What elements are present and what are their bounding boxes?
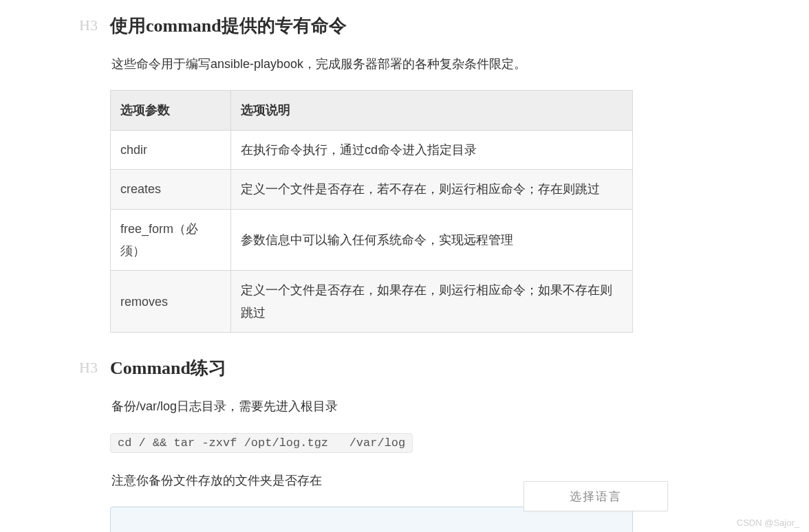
intro-paragraph: 这些命令用于编写ansible-playbook，完成服务器部署的各种复杂条件限…: [110, 53, 674, 75]
inline-code-block: cd / && tar -zxvf /opt/log.tgz /var/log: [110, 433, 413, 453]
cell-param: creates: [111, 170, 231, 209]
table-row: creates 定义一个文件是否存在，若不存在，则运行相应命令；存在则跳过: [111, 170, 633, 209]
cell-desc: 参数信息中可以输入任何系统命令，实现远程管理: [231, 209, 633, 271]
table-row: chdir 在执行命令执行，通过cd命令进入指定目录: [111, 130, 633, 169]
h3-marker: H3: [79, 359, 98, 377]
h3-marker: H3: [79, 16, 98, 34]
cell-desc: 在执行命令执行，通过cd命令进入指定目录: [231, 130, 633, 169]
th-option-desc: 选项说明: [231, 91, 633, 130]
cell-param: free_form（必须）: [111, 209, 231, 271]
heading-command-options: 使用command提供的专有命令: [79, 14, 674, 38]
th-option-param: 选项参数: [111, 91, 231, 130]
section-command-practice: H3 Command练习: [110, 356, 674, 380]
select-language-button[interactable]: 选择语言: [524, 481, 668, 511]
options-table: 选项参数 选项说明 chdir 在执行命令执行，通过cd命令进入指定目录 cre…: [110, 90, 633, 333]
practice-para-1: 备份/var/log日志目录，需要先进入根目录: [110, 395, 674, 417]
watermark-label: CSDN @Sajor_: [737, 518, 799, 528]
cell-desc: 定义一个文件是否存在，如果存在，则运行相应命令；如果不存在则跳过: [231, 271, 633, 333]
section-command-options: H3 使用command提供的专有命令: [110, 14, 674, 38]
document-content: H3 使用command提供的专有命令 这些命令用于编写ansible-play…: [110, 0, 674, 532]
cell-desc: 定义一个文件是否存在，若不存在，则运行相应命令；存在则跳过: [231, 170, 633, 209]
heading-command-practice: Command练习: [79, 356, 674, 380]
cell-param: chdir: [111, 130, 231, 169]
table-row: removes 定义一个文件是否存在，如果存在，则运行相应命令；如果不存在则跳过: [111, 271, 633, 333]
cell-param: removes: [111, 271, 231, 333]
table-row: free_form（必须） 参数信息中可以输入任何系统命令，实现远程管理: [111, 209, 633, 271]
